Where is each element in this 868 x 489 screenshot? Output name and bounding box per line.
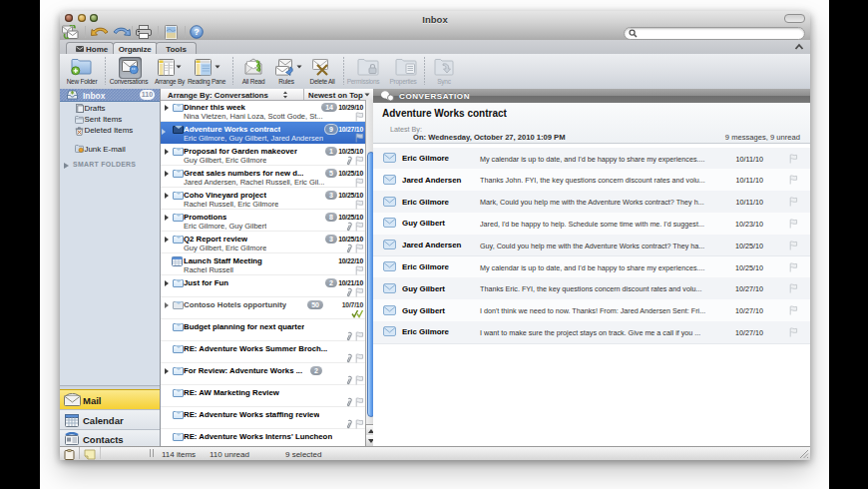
svg-text:?: ? [194,27,200,37]
